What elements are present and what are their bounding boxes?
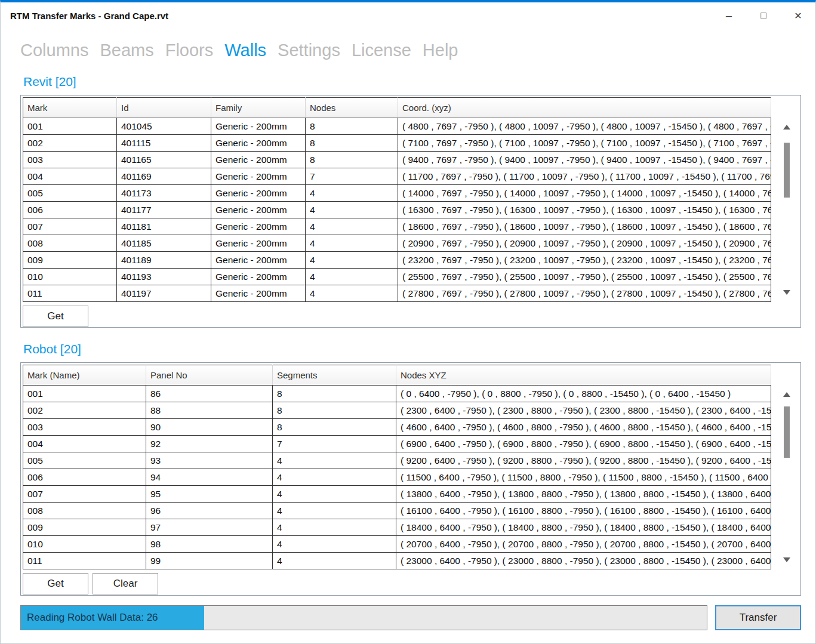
cell: ( 2300 , 6400 , -7950 ), ( 2300 , 8800 ,… [396, 402, 771, 419]
cell: 010 [23, 536, 146, 553]
cell: 005 [23, 185, 117, 202]
scroll-down-button[interactable] [781, 555, 793, 565]
table-row[interactable]: 010401193Generic - 200mm4( 25500 , 7697 … [23, 269, 771, 285]
table-row[interactable]: 011994( 23000 , 6400 , -7950 ), ( 23000 … [23, 553, 771, 569]
minimize-button[interactable]: – [712, 2, 746, 29]
cell: ( 23200 , 7697 , -7950 ), ( 23200 , 1009… [398, 252, 771, 269]
scroll-up-button[interactable] [781, 390, 793, 399]
cell: 4 [273, 469, 396, 486]
cell: ( 11500 , 6400 , -7950 ), ( 11500 , 8800… [396, 469, 771, 486]
header-row: MarkIdFamilyNodesCoord. (xyz) [23, 98, 771, 118]
table-row[interactable]: 009401189Generic - 200mm4( 23200 , 7697 … [23, 252, 771, 269]
cell: 7 [306, 168, 398, 185]
tab-floors[interactable]: Floors [165, 41, 214, 60]
column-header[interactable]: Family [211, 98, 306, 118]
table-row[interactable]: 004927( 6900 , 6400 , -7950 ), ( 6900 , … [23, 436, 771, 452]
scroll-track[interactable] [781, 399, 793, 555]
cell: ( 25500 , 7697 , -7950 ), ( 25500 , 1009… [398, 269, 771, 285]
scroll-thumb[interactable] [784, 406, 790, 458]
table-row[interactable]: 008964( 16100 , 6400 , -7950 ), ( 16100 … [23, 503, 771, 519]
cell: 4 [306, 218, 398, 235]
scroll-thumb[interactable] [784, 143, 790, 198]
cell: 96 [146, 503, 273, 519]
table-row[interactable]: 004401169Generic - 200mm7( 11700 , 7697 … [23, 168, 771, 185]
revit-vertical-scrollbar[interactable] [781, 122, 793, 297]
table-row[interactable]: 001401045Generic - 200mm8( 4800 , 7697 ,… [23, 118, 771, 135]
tab-beams[interactable]: Beams [100, 41, 153, 60]
table-row[interactable]: 005401173Generic - 200mm4( 14000 , 7697 … [23, 185, 771, 202]
scroll-down-button[interactable] [781, 288, 793, 297]
cell: 010 [23, 269, 117, 285]
table-row[interactable]: 003908( 4600 , 6400 , -7950 ), ( 4600 , … [23, 419, 771, 436]
cell: ( 6900 , 6400 , -7950 ), ( 6900 , 8800 ,… [396, 436, 771, 452]
column-header[interactable]: Segments [273, 365, 396, 386]
triangle-down-icon [783, 557, 790, 562]
cell: 401185 [117, 235, 211, 252]
robot-vertical-scrollbar[interactable] [781, 390, 793, 565]
column-header[interactable]: Coord. (xyz) [398, 98, 771, 118]
cell: 002 [23, 135, 117, 152]
table-row[interactable]: 006944( 11500 , 6400 , -7950 ), ( 11500 … [23, 469, 771, 486]
cell: ( 18600 , 7697 , -7950 ), ( 18600 , 1009… [398, 218, 771, 235]
cell: 004 [23, 436, 146, 452]
tab-walls[interactable]: Walls [224, 41, 266, 60]
robot-get-button[interactable]: Get [23, 573, 88, 594]
maximize-button[interactable]: □ [746, 2, 781, 29]
column-header[interactable]: Nodes XYZ [396, 365, 771, 386]
triangle-down-icon [783, 290, 790, 295]
triangle-up-icon [783, 125, 790, 130]
table-row[interactable]: 011401197Generic - 200mm4( 27800 , 7697 … [23, 285, 771, 302]
window-controls: – □ ✕ [712, 2, 815, 29]
cell: 011 [23, 553, 146, 569]
progress-bar: Reading Robot Wall Data: 26 [20, 605, 707, 630]
cell: Generic - 200mm [211, 152, 306, 168]
revit-get-button[interactable]: Get [23, 306, 88, 327]
cell: ( 23000 , 6400 , -7950 ), ( 23000 , 8800… [396, 553, 771, 569]
scroll-up-button[interactable] [781, 122, 793, 132]
table-row[interactable]: 002401115Generic - 200mm8( 7100 , 7697 ,… [23, 135, 771, 152]
column-header[interactable]: Mark (Name) [23, 365, 146, 386]
tab-help[interactable]: Help [423, 41, 458, 60]
cell: 4 [306, 202, 398, 218]
content-area: Revit [20] MarkIdFamilyNodesCoord. (xyz)… [1, 75, 815, 630]
table-row[interactable]: 008401185Generic - 200mm4( 20900 , 7697 … [23, 235, 771, 252]
robot-clear-button[interactable]: Clear [93, 573, 158, 594]
revit-table: MarkIdFamilyNodesCoord. (xyz)001401045Ge… [23, 97, 771, 302]
cell: 008 [23, 235, 117, 252]
table-row[interactable]: 006401177Generic - 200mm4( 16300 , 7697 … [23, 202, 771, 218]
table-row[interactable]: 009974( 18400 , 6400 , -7950 ), ( 18400 … [23, 519, 771, 536]
table-row[interactable]: 010984( 20700 , 6400 , -7950 ), ( 20700 … [23, 536, 771, 553]
column-header[interactable]: Nodes [306, 98, 398, 118]
cell: 401169 [117, 168, 211, 185]
table-row[interactable]: 007954( 13800 , 6400 , -7950 ), ( 13800 … [23, 486, 771, 503]
table-row[interactable]: 003401165Generic - 200mm8( 9400 , 7697 ,… [23, 152, 771, 168]
table-row[interactable]: 007401181Generic - 200mm4( 18600 , 7697 … [23, 218, 771, 235]
cell: 401115 [117, 135, 211, 152]
header-row: Mark (Name)Panel NoSegmentsNodes XYZ [23, 365, 771, 386]
cell: Generic - 200mm [211, 168, 306, 185]
tab-settings[interactable]: Settings [278, 41, 340, 60]
column-header[interactable]: Mark [23, 98, 117, 118]
cell: Generic - 200mm [211, 118, 306, 135]
cell: Generic - 200mm [211, 218, 306, 235]
progress-text: Reading Robot Wall Data: 26 [21, 612, 158, 624]
table-row[interactable]: 001868( 0 , 6400 , -7950 ), ( 0 , 8800 ,… [23, 386, 771, 402]
cell: ( 20900 , 7697 , -7950 ), ( 20900 , 1009… [398, 235, 771, 252]
column-header[interactable]: Id [117, 98, 211, 118]
column-header[interactable]: Panel No [146, 365, 273, 386]
transfer-button[interactable]: Transfer [715, 605, 801, 630]
cell: 001 [23, 386, 146, 402]
tab-license[interactable]: License [352, 41, 411, 60]
scroll-track[interactable] [781, 132, 793, 288]
cell: Generic - 200mm [211, 185, 306, 202]
cell: 4 [273, 553, 396, 569]
table-row[interactable]: 005934( 9200 , 6400 , -7950 ), ( 9200 , … [23, 452, 771, 469]
cell: 7 [273, 436, 396, 452]
close-button[interactable]: ✕ [781, 2, 815, 29]
tab-columns[interactable]: Columns [20, 41, 88, 60]
cell: 001 [23, 118, 117, 135]
cell: 4 [273, 519, 396, 536]
table-row[interactable]: 002888( 2300 , 6400 , -7950 ), ( 2300 , … [23, 402, 771, 419]
cell: 88 [146, 402, 273, 419]
cell: ( 11700 , 7697 , -7950 ), ( 11700 , 1009… [398, 168, 771, 185]
